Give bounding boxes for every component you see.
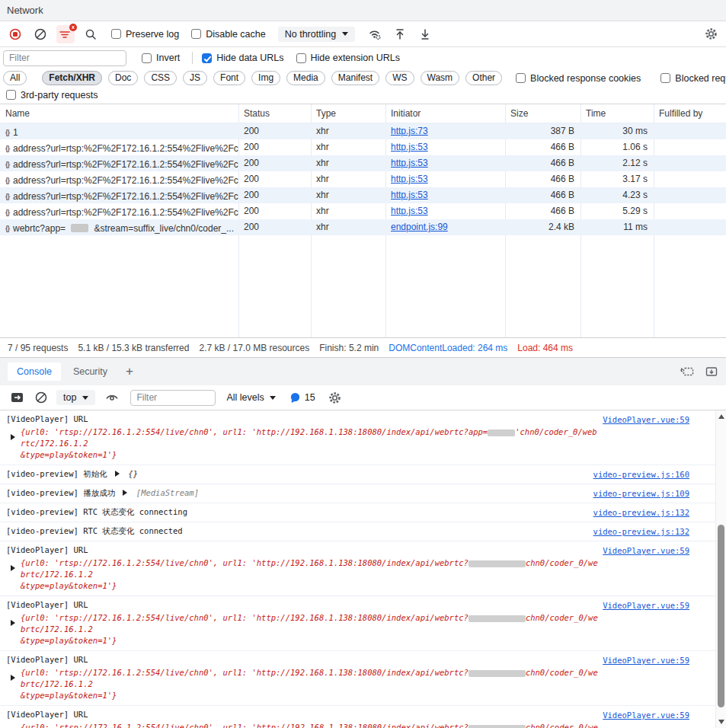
request-time: 1.06 s <box>580 139 654 155</box>
checkbox-box[interactable] <box>142 53 152 63</box>
checkbox-box[interactable] <box>516 73 526 83</box>
network-filter-input[interactable] <box>3 50 126 66</box>
table-row[interactable]: {}address?url=rtsp:%2F%2F172.16.1.2:554%… <box>0 155 726 171</box>
checkbox-box[interactable] <box>111 29 121 39</box>
chip-manifest[interactable]: Manifest <box>331 71 379 85</box>
initiator-link[interactable]: http.js:53 <box>391 142 428 152</box>
source-link[interactable]: video-preview.js:132 <box>593 526 689 538</box>
chip-all[interactable]: All <box>3 71 27 85</box>
chip-css[interactable]: CSS <box>144 71 177 85</box>
chip-media[interactable]: Media <box>286 71 325 85</box>
table-row[interactable]: {}address?url=rtsp:%2F%2F172.16.1.2:554%… <box>0 203 726 219</box>
column-header-time[interactable]: Time <box>580 104 654 123</box>
object-preview: {url0: 'rtsp://172.16.1.2:554/live/chn0'… <box>21 558 469 567</box>
chip-js[interactable]: JS <box>183 71 207 85</box>
hide-extension-urls-checkbox[interactable]: Hide extension URLs <box>296 53 400 63</box>
source-link[interactable]: VideoPlayer.vue:59 <box>603 414 689 426</box>
blocked-requests-checkbox[interactable]: Blocked requests <box>660 73 726 84</box>
expand-triangle-icon[interactable] <box>115 471 120 477</box>
xhr-doc-icon: {} <box>5 145 9 152</box>
throttling-select[interactable]: No throttling <box>278 27 355 42</box>
column-header-initiator[interactable]: Initiator <box>385 104 505 123</box>
chip-doc[interactable]: Doc <box>108 71 138 85</box>
table-row[interactable]: {}address?url=rtsp:%2F%2F172.16.1.2:554%… <box>0 171 726 187</box>
checkbox-box[interactable] <box>6 90 16 100</box>
source-link[interactable]: video-preview.js:109 <box>593 488 689 500</box>
checkbox-box[interactable] <box>191 29 201 39</box>
expand-triangle-icon[interactable] <box>11 565 15 571</box>
source-link[interactable]: VideoPlayer.vue:59 <box>603 710 689 721</box>
initiator-link[interactable]: http.js:53 <box>391 190 428 200</box>
third-party-requests-checkbox[interactable]: 3rd-party requests <box>6 90 98 101</box>
initiator-link[interactable]: http.js:53 <box>391 206 428 216</box>
console-scrollbar[interactable] <box>715 410 726 728</box>
live-expression-button[interactable] <box>103 388 121 407</box>
expand-triangle-icon[interactable] <box>11 434 15 440</box>
chip-fetch-xhr[interactable]: Fetch/XHR <box>42 71 102 85</box>
console-sidebar-button[interactable] <box>8 388 26 407</box>
filter-toggle-button[interactable]: x <box>56 25 75 43</box>
chevron-down-icon <box>82 396 88 400</box>
source-link[interactable]: video-preview.js:132 <box>593 507 689 519</box>
source-link[interactable]: VideoPlayer.vue:59 <box>603 545 689 557</box>
chip-ws[interactable]: WS <box>385 71 414 85</box>
source-link[interactable]: video-preview.js:160 <box>593 469 689 481</box>
expand-triangle-icon[interactable] <box>11 675 15 681</box>
clear-network-log-button[interactable] <box>31 25 50 43</box>
expand-triangle-icon[interactable] <box>123 490 127 496</box>
initiator-link[interactable]: http.js:53 <box>391 158 428 168</box>
table-row[interactable]: {}address?url=rtsp:%2F%2F172.16.1.2:554%… <box>0 187 726 203</box>
chip-other[interactable]: Other <box>465 71 502 85</box>
column-header-status[interactable]: Status <box>238 104 311 123</box>
initiator-link[interactable]: http.js:53 <box>391 174 428 184</box>
log-levels-select[interactable]: All levels <box>226 392 275 403</box>
column-header-type[interactable]: Type <box>311 104 385 123</box>
network-conditions-button[interactable] <box>366 25 384 43</box>
checkbox-box[interactable] <box>660 73 670 83</box>
hide-extension-urls-label: Hide extension URLs <box>311 53 400 63</box>
disable-cache-checkbox[interactable]: Disable cache <box>191 29 266 40</box>
network-settings-button[interactable] <box>702 25 720 43</box>
search-button[interactable] <box>82 25 100 43</box>
scrollbar-thumb[interactable] <box>718 525 724 707</box>
column-header-name[interactable]: Name <box>0 104 238 123</box>
export-har-button[interactable] <box>416 25 434 43</box>
chip-wasm[interactable]: Wasm <box>421 71 460 85</box>
chip-font[interactable]: Font <box>213 71 245 85</box>
tab-security[interactable]: Security <box>64 362 117 381</box>
execution-context-select[interactable]: top <box>56 390 95 405</box>
invert-checkbox[interactable]: Invert <box>142 53 180 63</box>
console-settings-button[interactable] <box>326 388 344 407</box>
preserve-log-checkbox[interactable]: Preserve log <box>111 29 179 40</box>
initiator-link[interactable]: http.js:73 <box>391 126 428 136</box>
checkbox-box[interactable] <box>296 53 306 63</box>
column-header-fulfilled-by[interactable]: Fulfilled by <box>654 104 726 123</box>
request-status: 200 <box>238 203 311 219</box>
record-icon <box>9 28 21 40</box>
add-tab-button[interactable]: + <box>120 364 139 379</box>
checkbox-box-checked[interactable] <box>202 53 212 63</box>
request-name-post: &stream=suffix_live/chn0/coder_... <box>94 223 234 234</box>
table-row[interactable]: {}webrtc?app=&stream=suffix_live/chn0/co… <box>0 219 726 235</box>
hide-data-urls-checkbox[interactable]: Hide data URLs <box>202 53 283 63</box>
issues-counter[interactable]: 15 <box>289 392 315 404</box>
clear-icon <box>35 391 47 404</box>
table-row[interactable]: {}1 200 xhr http.js:73 387 B 30 ms <box>0 123 726 139</box>
chip-img[interactable]: Img <box>251 71 280 85</box>
dock-drawer-icon[interactable] <box>680 366 694 378</box>
tab-console[interactable]: Console <box>8 362 61 381</box>
scroll-down-arrow[interactable] <box>718 720 724 724</box>
source-link[interactable]: VideoPlayer.vue:59 <box>603 655 689 666</box>
source-link[interactable]: VideoPlayer.vue:59 <box>603 600 689 611</box>
console-filter-input[interactable] <box>130 390 216 406</box>
collapse-drawer-icon[interactable] <box>705 366 718 378</box>
clear-console-button[interactable] <box>32 388 50 407</box>
import-har-button[interactable] <box>391 25 409 43</box>
record-button[interactable] <box>6 25 24 43</box>
blocked-response-cookies-checkbox[interactable]: Blocked response cookies <box>516 73 641 84</box>
table-row[interactable]: {}address?url=rtsp:%2F%2F172.16.1.2:554%… <box>0 139 726 155</box>
initiator-link[interactable]: endpoint.js:99 <box>391 222 448 232</box>
scroll-up-arrow[interactable] <box>718 414 724 419</box>
column-header-size[interactable]: Size <box>505 104 580 123</box>
expand-triangle-icon[interactable] <box>11 620 15 626</box>
